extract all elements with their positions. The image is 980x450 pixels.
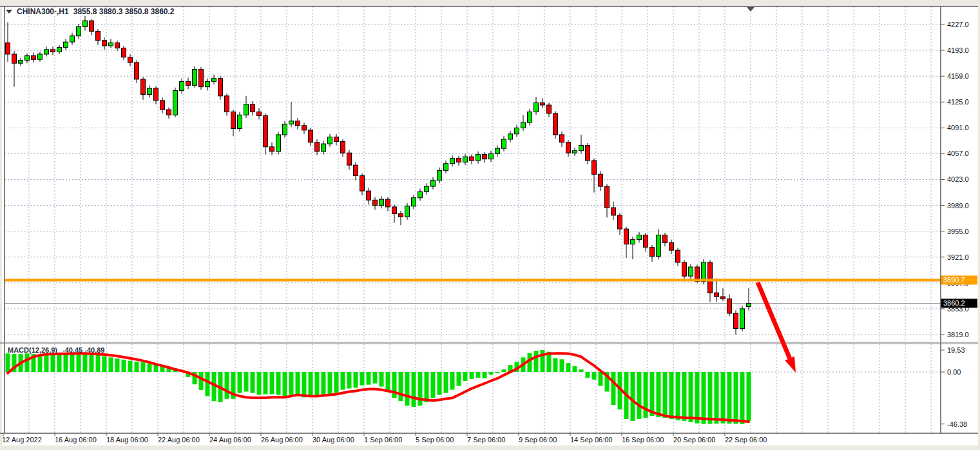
candle-bearish — [592, 161, 597, 174]
macd-histogram-bar — [44, 354, 49, 372]
candle-bearish — [347, 153, 352, 165]
macd-histogram-bar — [450, 372, 455, 389]
macd-histogram-bar — [599, 372, 603, 386]
candle-bullish — [689, 267, 693, 276]
candle-bullish — [412, 198, 416, 206]
candle-bullish — [463, 157, 468, 162]
macd-histogram-bar — [206, 372, 210, 396]
candle-bearish — [611, 208, 616, 215]
candle-bearish — [90, 21, 94, 32]
candle-bullish — [238, 115, 242, 128]
macd-histogram-bar — [586, 372, 590, 378]
candle-bearish — [367, 191, 371, 200]
candle-bearish — [12, 54, 17, 63]
candle-bearish — [721, 297, 725, 299]
macd-label: MACD(12,26,9) — [8, 346, 57, 354]
macd-histogram-bar — [715, 372, 719, 424]
candle-bullish — [25, 55, 30, 60]
macd-histogram-bar — [309, 372, 313, 396]
macd-histogram-bar — [747, 372, 751, 421]
macd-histogram-bar — [663, 372, 668, 418]
candle-bullish — [212, 79, 216, 82]
candle-bullish — [244, 104, 249, 115]
macd-histogram-bar — [264, 372, 268, 394]
macd-histogram-bar — [128, 361, 133, 372]
macd-histogram-bar — [141, 362, 146, 372]
candle-bearish — [231, 112, 236, 129]
down-arrow-annotation[interactable] — [758, 282, 790, 358]
candle-bearish — [483, 155, 487, 159]
candle-bearish — [315, 142, 320, 152]
macd-histogram-bar — [444, 372, 448, 393]
macd-histogram-bar — [148, 364, 152, 372]
time-axis-label: 30 Aug 06:00 — [312, 436, 354, 444]
time-axis-label: 5 Sep 06:00 — [416, 436, 454, 444]
macd-histogram-bar — [373, 372, 378, 384]
price-axis-label: 3955.0 — [947, 228, 969, 235]
macd-histogram-bar — [495, 372, 500, 373]
candle-bearish — [708, 262, 713, 293]
candle-bearish — [624, 229, 629, 244]
candle-bearish — [128, 57, 133, 63]
candle-bullish — [631, 240, 635, 244]
symbol-timeframe-label: CHINA300-,H1 — [17, 7, 69, 16]
macd-histogram-bar — [431, 372, 436, 398]
candle-bearish — [715, 293, 719, 297]
macd-histogram-bar — [566, 363, 571, 372]
candle-bearish — [141, 79, 146, 95]
candle-bullish — [495, 148, 500, 153]
chart-canvas[interactable]: 4227.04193.04159.04125.04091.04057.04023… — [0, 0, 980, 450]
price-axis-label: 3921.0 — [947, 253, 969, 261]
candle-bullish — [450, 158, 455, 163]
macd-histogram-bar — [283, 372, 287, 396]
macd-histogram-bar — [502, 369, 506, 372]
macd-histogram-bar — [727, 372, 732, 424]
macd-histogram-bar — [734, 372, 738, 424]
macd-histogram-bar — [367, 372, 371, 385]
time-axis-label: 22 Sep 06:00 — [725, 436, 767, 444]
time-axis-label: 12 Aug 2022 — [2, 436, 42, 444]
time-axis-label: 9 Sep 06:00 — [519, 436, 557, 444]
macd-histogram-bar — [109, 357, 113, 372]
macd-histogram-bar — [276, 372, 281, 395]
macd-histogram-bar — [135, 362, 139, 372]
candle-bearish — [96, 32, 101, 41]
candle-bullish — [573, 151, 577, 153]
macd-histogram-bar — [57, 354, 62, 372]
macd-histogram-bar — [637, 372, 642, 419]
price-axis-label: 4023.0 — [947, 175, 969, 183]
candle-bearish — [676, 250, 680, 262]
candle-bullish — [180, 81, 184, 90]
macd-axis-label: 19.53 — [947, 346, 965, 354]
macd-histogram-bar — [399, 372, 403, 401]
candle-bullish — [637, 235, 642, 240]
candle-bearish — [51, 50, 55, 52]
candle-bullish — [206, 81, 210, 86]
current-bar-marker-icon — [747, 7, 754, 12]
candle-bearish — [734, 313, 738, 329]
macd-histogram-bar — [354, 372, 358, 388]
time-axis-label: 26 Aug 06:00 — [261, 436, 303, 444]
candle-bullish — [44, 50, 49, 54]
macd-histogram-bar — [392, 372, 397, 398]
macd-histogram-bar — [251, 372, 255, 393]
candle-bearish — [386, 199, 390, 207]
candle-bullish — [444, 164, 448, 171]
candle-bullish — [289, 121, 294, 124]
candle-bearish — [553, 113, 558, 135]
macd-histogram-bar — [579, 369, 584, 372]
candle-bearish — [392, 207, 397, 214]
macd-histogram-bar — [412, 372, 416, 407]
candle-bearish — [296, 121, 300, 126]
candle-bullish — [64, 42, 68, 47]
macd-histogram-bar — [96, 355, 101, 372]
time-axis-label: 24 Aug 06:00 — [209, 436, 251, 444]
chevron-down-icon[interactable] — [6, 10, 12, 14]
candle-bearish — [727, 299, 732, 313]
macd-histogram-bar — [721, 372, 725, 424]
macd-histogram-bar — [6, 353, 10, 372]
macd-histogram-bar — [425, 372, 429, 402]
macd-histogram-bar — [380, 372, 384, 387]
candle-bearish — [154, 88, 159, 101]
macd-histogram-bar — [244, 372, 249, 391]
